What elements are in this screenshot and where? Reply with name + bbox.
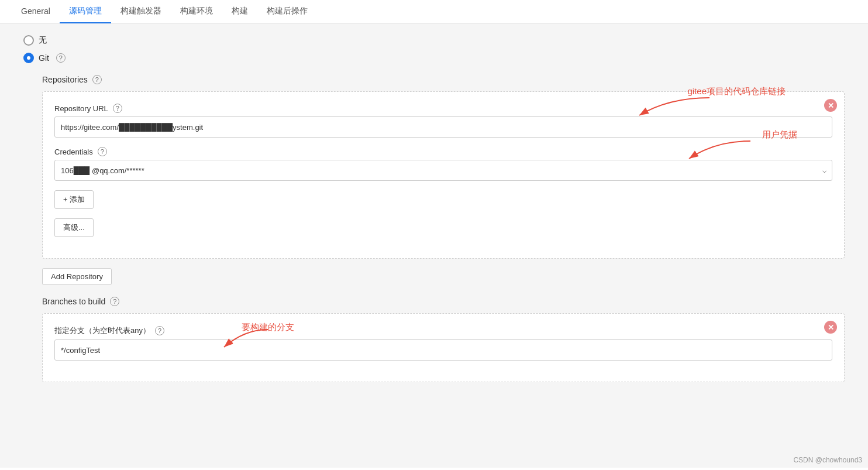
radio-none-circle xyxy=(23,35,34,46)
repositories-label: Repositories ? xyxy=(42,75,845,84)
repositories-help-icon[interactable]: ? xyxy=(92,75,102,84)
repo-url-group: Repository URL ? gitee项目的代码仓库链接 xyxy=(54,104,832,138)
radio-none[interactable]: 无 xyxy=(23,35,845,46)
branches-section: Branches to build ? ✕ 指定分支（为空时代表any） ? 要… xyxy=(42,297,845,382)
radio-git-circle xyxy=(23,53,34,63)
credentials-help-icon[interactable]: ? xyxy=(98,147,107,156)
branch-help-icon[interactable]: ? xyxy=(155,326,164,335)
branches-help-icon[interactable]: ? xyxy=(110,297,119,306)
tab-triggers[interactable]: 构建触发器 xyxy=(111,0,171,23)
repo-url-label: Repository URL ? xyxy=(54,104,832,113)
branches-to-build-label: Branches to build ? xyxy=(42,297,845,306)
branch-field-group: 指定分支（为空时代表any） ? 要构建的分支 xyxy=(54,325,832,361)
repo-url-input[interactable] xyxy=(54,116,832,138)
advanced-group: 高级... xyxy=(54,218,832,237)
radio-git-label: Git xyxy=(39,53,49,63)
tab-env[interactable]: 构建环境 xyxy=(171,0,222,23)
add-credentials-button[interactable]: + 添加 xyxy=(54,190,94,209)
annotation-repo-url: gitee项目的代码仓库链接 xyxy=(687,86,786,97)
watermark: CSDN @chowhound3 xyxy=(793,456,862,464)
credentials-label: Credentials ? xyxy=(54,147,832,156)
add-repo-button-wrapper: Add Repository xyxy=(42,268,845,285)
branch-input[interactable] xyxy=(54,339,832,361)
credentials-select-wrapper: 106███ @qq.com/****** ⌵ xyxy=(54,160,832,181)
credentials-select[interactable]: 106███ @qq.com/****** xyxy=(54,160,832,181)
tab-build[interactable]: 构建 xyxy=(222,0,257,23)
repo-url-help-icon[interactable]: ? xyxy=(113,104,122,113)
tab-post[interactable]: 构建后操作 xyxy=(257,0,317,23)
add-credentials-group: + 添加 xyxy=(54,190,832,209)
branch-field-label: 指定分支（为空时代表any） ? 要构建的分支 xyxy=(54,325,832,336)
repositories-section: Repositories ? ✕ Repository URL ? gitee项… xyxy=(42,75,845,259)
annotation-branch: 要构建的分支 xyxy=(242,322,294,333)
advanced-button[interactable]: 高级... xyxy=(54,218,94,237)
credentials-group: Credentials ? 106███ @qq.com/****** ⌵ 用户… xyxy=(54,147,832,181)
main-content: 无 Git ? Repositories ? ✕ Repository xyxy=(0,23,868,468)
scm-radio-group: 无 Git ? xyxy=(23,35,845,63)
tab-general[interactable]: General xyxy=(12,1,60,23)
repository-card: ✕ Repository URL ? gitee项目的代码仓库链接 xyxy=(42,91,845,259)
add-repository-button[interactable]: Add Repository xyxy=(42,268,112,285)
git-help-icon[interactable]: ? xyxy=(56,53,66,63)
tab-bar: General 源码管理 构建触发器 构建环境 构建 构建后操作 xyxy=(0,0,868,23)
radio-git[interactable]: Git ? xyxy=(23,53,845,63)
branch-card: ✕ 指定分支（为空时代表any） ? 要构建的分支 xyxy=(42,313,845,382)
tab-source[interactable]: 源码管理 xyxy=(60,0,111,23)
radio-none-label: 无 xyxy=(39,35,47,46)
